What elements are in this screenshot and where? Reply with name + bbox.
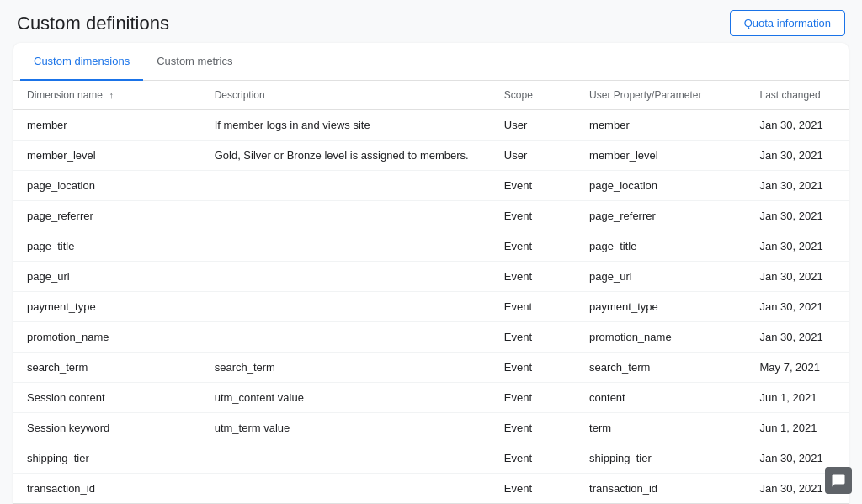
cell-user_property: promotion_name [576,322,746,353]
cell-last_changed: Jan 30, 2021 [747,231,849,262]
cell-scope: User [491,141,576,171]
cell-name: transaction_id [13,474,201,504]
table-row: page_urlEventpage_urlJan 30, 2021 [13,262,849,292]
table-row: search_termsearch_termEventsearch_termMa… [13,353,849,383]
cell-name: shipping_tier [13,443,201,474]
col-header-user-property[interactable]: User Property/Parameter [576,81,746,110]
cell-last_changed: Jan 30, 2021 [747,171,849,201]
cell-last_changed: Jun 1, 2021 [747,413,849,443]
cell-name: Session keyword [13,413,201,443]
table-row: Session contentutm_content valueEventcon… [13,383,849,413]
cell-scope: Event [491,443,576,474]
cell-user_property: transaction_id [576,474,746,504]
cell-name: page_referrer [13,201,201,231]
table-row: transaction_idEventtransaction_idJan 30,… [13,474,849,504]
chat-bubble-button[interactable] [825,467,852,494]
table-header-row: Dimension name ↑ Description Scope User … [13,81,849,110]
cell-user_property: page_url [576,262,746,292]
cell-user_property: page_referrer [576,201,746,231]
quota-information-button[interactable]: Quota information [730,10,845,36]
cell-description [201,322,491,353]
cell-name: member_level [13,141,201,171]
cell-user_property: page_title [576,231,746,262]
main-card: Custom dimensions Custom metrics Dimensi… [13,43,849,504]
cell-last_changed: Jan 30, 2021 [747,292,849,322]
cell-scope: Event [491,292,576,322]
cell-scope: Event [491,322,576,353]
cell-name: promotion_name [13,322,201,353]
cell-name: page_location [13,171,201,201]
cell-last_changed: May 7, 2021 [747,353,849,383]
table-row: member_levelGold, Silver or Bronze level… [13,141,849,171]
cell-last_changed: Jan 30, 2021 [747,322,849,353]
col-header-scope[interactable]: Scope [491,81,576,110]
cell-name: payment_type [13,292,201,322]
cell-scope: Event [491,201,576,231]
cell-description [201,443,491,474]
cell-user_property: payment_type [576,292,746,322]
cell-description [201,474,491,504]
cell-user_property: shipping_tier [576,443,746,474]
cell-user_property: page_location [576,171,746,201]
table-row: page_locationEventpage_locationJan 30, 2… [13,171,849,201]
cell-user_property: member [576,110,746,141]
table-row: page_referrerEventpage_referrerJan 30, 2… [13,201,849,231]
cell-description: utm_term value [201,413,491,443]
tab-custom-metrics[interactable]: Custom metrics [143,43,246,81]
cell-description [201,292,491,322]
table-row: promotion_nameEventpromotion_nameJan 30,… [13,322,849,353]
page-container: Custom definitions Quota information Cus… [0,0,862,504]
cell-last_changed: Jan 30, 2021 [747,110,849,141]
cell-scope: Event [491,383,576,413]
cell-description: If member logs in and views site [201,110,491,141]
cell-scope: Event [491,262,576,292]
tab-bar: Custom dimensions Custom metrics [13,43,849,81]
cell-name: page_url [13,262,201,292]
table-row: Session keywordutm_term valueEventtermJu… [13,413,849,443]
table-container: Dimension name ↑ Description Scope User … [13,81,849,503]
page-title: Custom definitions [17,13,169,34]
table-row: memberIf member logs in and views siteUs… [13,110,849,141]
dimensions-table: Dimension name ↑ Description Scope User … [13,81,849,503]
cell-last_changed: Jan 30, 2021 [747,262,849,292]
table-body: memberIf member logs in and views siteUs… [13,110,849,504]
cell-scope: Event [491,231,576,262]
cell-scope: Event [491,353,576,383]
cell-user_property: search_term [576,353,746,383]
tab-custom-dimensions[interactable]: Custom dimensions [20,43,143,81]
cell-last_changed: Jun 1, 2021 [747,383,849,413]
col-header-name[interactable]: Dimension name ↑ [13,81,201,110]
cell-name: search_term [13,353,201,383]
cell-name: member [13,110,201,141]
cell-scope: User [491,110,576,141]
col-header-description[interactable]: Description [201,81,491,110]
cell-last_changed: Jan 30, 2021 [747,141,849,171]
cell-description [201,171,491,201]
cell-name: page_title [13,231,201,262]
table-row: page_titleEventpage_titleJan 30, 2021 [13,231,849,262]
cell-scope: Event [491,474,576,504]
cell-description: search_term [201,353,491,383]
cell-description: Gold, Silver or Bronze level is assigned… [201,141,491,171]
cell-description [201,231,491,262]
cell-scope: Event [491,413,576,443]
cell-description: utm_content value [201,383,491,413]
col-header-last-changed[interactable]: Last changed [747,81,849,110]
table-row: shipping_tierEventshipping_tierJan 30, 2… [13,443,849,474]
cell-user_property: term [576,413,746,443]
chat-icon [831,473,846,488]
cell-scope: Event [491,171,576,201]
table-row: payment_typeEventpayment_typeJan 30, 202… [13,292,849,322]
sort-arrow-icon: ↑ [109,90,114,100]
cell-name: Session content [13,383,201,413]
cell-description [201,201,491,231]
page-header: Custom definitions Quota information [0,0,862,43]
cell-user_property: content [576,383,746,413]
cell-user_property: member_level [576,141,746,171]
cell-last_changed: Jan 30, 2021 [747,201,849,231]
cell-description [201,262,491,292]
